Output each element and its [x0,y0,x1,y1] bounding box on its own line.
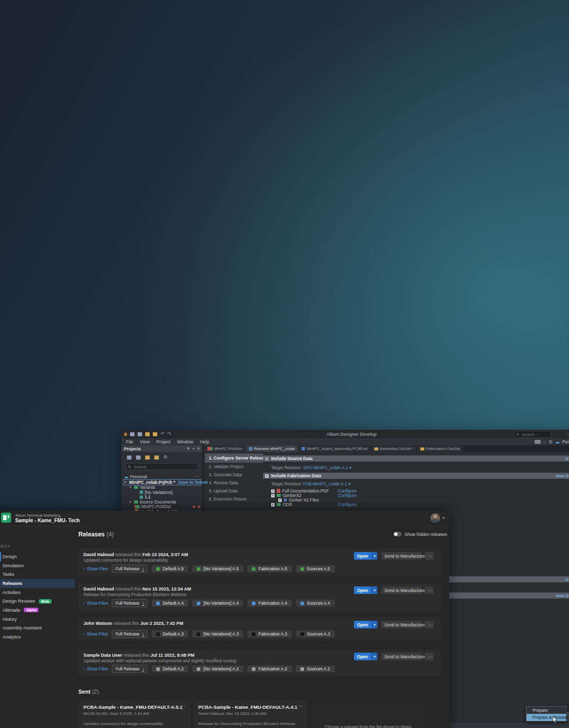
minimize-button[interactable]: – [562,430,569,438]
project-refresh-icon[interactable] [154,456,159,460]
fab-target-revision[interactable]: FAB-MiniPC_colab-A.1 ▾ [303,481,351,486]
step-validate[interactable]: 2. Validate Project [205,463,263,471]
project-add-icon[interactable] [145,456,150,460]
open-button[interactable]: Open [354,653,371,660]
user-avatar[interactable] [430,513,440,523]
sidebar-item-design-reviews[interactable]: Design ReviewsBeta [0,597,75,606]
open-button[interactable]: Open [354,621,371,628]
undo-icon[interactable]: ↶ [160,432,164,436]
file-checkbox[interactable]: ✓ [271,489,275,493]
save-icon[interactable] [130,432,135,436]
release-chip-fabrication[interactable]: Fabrication A.5 [247,565,292,572]
sidebar-item-analytics[interactable]: Analytics [0,632,75,642]
open-button[interactable]: Open [354,586,371,594]
project-settings-icon[interactable]: ⚙ [163,455,167,460]
release-chip-default[interactable]: Default A.3 [152,630,189,638]
step-configure[interactable]: 1. Configure Server Release [205,453,263,463]
account-name[interactable]: Personal [562,439,569,444]
hide-details-link[interactable]: Hide D [556,474,569,478]
send-to-manufacturer-button[interactable]: Send to Manufacturer [381,621,422,628]
sidebar-item-simulation[interactable]: Simulation [0,561,75,570]
release-chip-sources[interactable]: Sources A.3 [296,630,335,638]
tree-variant-item[interactable]: 1.1 [121,495,202,500]
tree-project-selected[interactable]: ▾ MiniPC_colab.PrjPcb * Save to Server [123,479,201,485]
release-chip-no-variations[interactable]: [No Variations] A.2 [192,665,243,672]
file-row-odb[interactable]: ✓ ODB Configure [271,502,292,507]
layout-icon[interactable] [535,440,541,444]
projects-search-input[interactable] [133,464,196,470]
tree-folder-source-documents[interactable]: ▾ Source Documents [121,499,202,505]
source-target-revision[interactable]: SRC-MiniPC_colab-A.1 ▾ [303,465,351,470]
expand-icon[interactable]: ▾ [129,500,133,504]
details-link[interactable]: D [565,577,569,582]
home-icon[interactable]: ⌂ [543,440,546,444]
show-files-link[interactable]: ›Show Files [83,566,108,571]
menu-project[interactable]: Project [156,439,170,444]
source-checkbox[interactable] [265,457,269,461]
sidebar-item-tasks[interactable]: Tasks [0,570,75,579]
show-files-link[interactable]: ›Show Files [83,666,108,671]
project-save-icon[interactable] [127,456,132,460]
open-project-icon[interactable] [153,432,157,436]
tree-folder-variants[interactable]: ▾ Variants [121,485,202,490]
fabrication-checkbox[interactable]: ✓ [265,474,269,478]
search-input[interactable] [521,432,549,437]
menu-view[interactable]: View [140,439,150,444]
sidebar-item-activities[interactable]: Activities [0,588,75,597]
release-chip-sources[interactable]: Sources A.5 [296,565,335,572]
save-all-icon[interactable] [138,432,142,436]
step-review[interactable]: 4. Review Data [205,479,263,487]
full-release-button[interactable]: Full Release↓ [112,565,147,573]
project-compile-icon[interactable] [136,456,141,460]
tab-board-assembly[interactable]: MiniPC_board_assembly.PCBDwf [298,445,371,452]
release-chip-default[interactable]: Default A.4 [152,600,189,607]
expand-icon[interactable]: ▾ [124,480,126,484]
release-chip-fabrication[interactable]: Fabrication A.3 [247,630,292,638]
tab-fabrication-outjob[interactable]: Fabrication.OutJob [417,445,463,452]
open-dropdown-button[interactable]: ▾ [371,621,377,628]
details-link[interactable]: D [565,457,569,461]
release-chip-no-variations[interactable]: [No Variations] A.4 [192,600,243,607]
panel-dropdown-icon[interactable]: ▾ [187,446,190,451]
file-checkbox[interactable]: ✓ [271,494,275,497]
panel-pin-icon[interactable]: ▪ [193,446,194,451]
open-button[interactable]: Open [354,552,371,560]
open-icon[interactable] [145,432,150,436]
open-dropdown-button[interactable]: ▾ [371,552,377,560]
tree-doc-pcbdoc[interactable]: MiniPC.PcbDoc [121,505,202,510]
projects-search[interactable] [125,463,198,470]
avatar-caret-icon[interactable]: ▾ [443,516,445,520]
gear-icon[interactable]: ⚙ [548,440,552,444]
release-chip-sources[interactable]: Sources A.4 [296,600,335,607]
configure-link[interactable]: Configure [338,502,357,507]
release-chip-no-variations[interactable]: [No Variations] A.5 [192,565,243,572]
group-more-icon[interactable]: ⋯ [195,474,199,479]
app-search[interactable] [514,431,551,438]
full-release-button[interactable]: Full Release↓ [112,630,147,638]
send-to-manufacturer-button[interactable]: Send to Manufacturer [381,586,422,594]
release-chip-sources[interactable]: Sources A.2 [296,665,335,672]
more-options-button[interactable]: ··· [298,703,303,708]
expand-icon[interactable]: ▾ [129,485,133,489]
more-options-button[interactable]: ··· [425,552,433,560]
release-chip-fabrication[interactable]: Fabrication A.4 [247,600,292,607]
tree-group-personal[interactable]: ☁ Personal ⋯ [121,474,202,479]
full-release-button[interactable]: Full Release↓ [112,665,147,673]
sent-card[interactable]: PCBA-Sample - Kame_FMU-DEFAULT-A.5.1 ···… [78,700,191,728]
show-files-link[interactable]: ›Show Files [83,631,108,636]
sidebar-item-assembly-assistant[interactable]: Assembly Assistant [0,624,75,633]
more-options-button[interactable]: ··· [182,703,187,708]
open-dropdown-button[interactable]: ▾ [371,653,377,660]
show-hidden-toggle[interactable] [393,532,402,536]
show-files-link[interactable]: ›Show Files [83,601,108,606]
menu-window[interactable]: Window [177,439,193,444]
release-chip-default[interactable]: Default A.2 [152,665,189,672]
redo-icon[interactable]: ↷ [167,432,171,436]
more-options-button[interactable]: ··· [425,653,433,660]
tab-pcbdoc[interactable]: MiniPC.PcbDoc [204,445,245,452]
tab-release[interactable]: Release MiniPC_colab [246,445,298,452]
step-execution[interactable]: 6. Execution Report [205,495,263,503]
menu-item-prepare-and-release[interactable]: Prepare & Release [527,714,566,721]
step-upload[interactable]: 5. Upload Data [205,487,263,495]
file-checkbox[interactable]: ✓ [271,503,275,507]
